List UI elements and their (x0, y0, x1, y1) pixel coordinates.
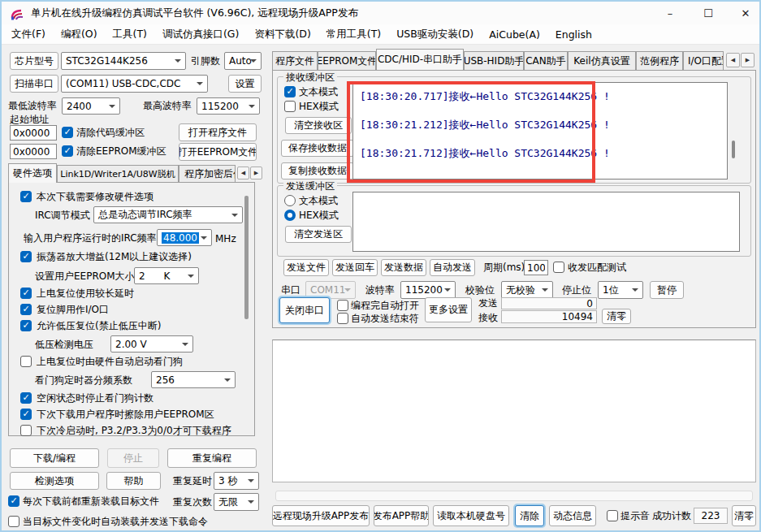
port-settings-button[interactable]: 设置 (228, 75, 262, 93)
save-receive-button[interactable]: 保存接收数据 (281, 140, 354, 157)
minimize-button[interactable]: – (656, 2, 684, 24)
open-program-button[interactable]: 打开程序文件 (179, 123, 257, 141)
chip-model-button[interactable]: 芯片型号 (10, 52, 58, 70)
menu-usb-driver[interactable]: USB驱动安装(D) (396, 28, 473, 41)
pin-count-combo[interactable]: Auto (224, 52, 262, 70)
tab-examples[interactable]: 范例程序 (636, 51, 683, 70)
tx-text-mode-radio[interactable] (284, 195, 296, 206)
modify-hw-checkbox[interactable] (20, 191, 32, 202)
rx-text-mode-checkbox[interactable] (284, 86, 296, 97)
lvd-combo[interactable]: 2.00 V (110, 335, 193, 353)
tab-can[interactable]: CAN助手 (524, 51, 568, 70)
stop-bit-combo[interactable]: 1位 (598, 281, 643, 299)
rx-hex-mode-checkbox[interactable] (284, 101, 296, 112)
code-address-input[interactable] (10, 125, 57, 141)
help-button[interactable]: 帮助 (106, 472, 161, 490)
tab-io-config[interactable]: I/O口配置 (683, 51, 724, 70)
stop-button[interactable]: 停止 (107, 448, 159, 468)
reload-target-checkbox[interactable] (8, 495, 19, 507)
tab-scroll-right-icon[interactable]: ▶ (250, 167, 262, 179)
repeat-delay-combo[interactable]: 3 秒 (214, 472, 259, 490)
success-clear-button[interactable]: 清零 (732, 505, 756, 526)
repeat-count-combo[interactable]: 无限 (214, 493, 259, 511)
read-disk-id-button[interactable]: 读取本机硬盘号 (433, 505, 509, 526)
serial-port-combo[interactable]: (COM11) USB-CDC,CDC (61, 75, 208, 93)
beep-checkbox[interactable] (607, 510, 618, 521)
check-options-button[interactable]: 检测选项 (10, 472, 99, 490)
max-baud-combo[interactable]: 115200 (197, 97, 260, 115)
menu-tools[interactable]: 工具(T) (113, 28, 147, 41)
menu-common-tools[interactable]: 常用工具(T) (326, 28, 381, 41)
info-output-area[interactable] (272, 340, 756, 482)
close-port-button[interactable]: 关闭串口 (279, 297, 330, 323)
long-delay-checkbox[interactable] (20, 288, 32, 299)
clear-count-button[interactable]: 清零 (602, 309, 631, 324)
download-button[interactable]: 下载/编程 (10, 448, 99, 468)
menu-downloads[interactable]: 资料下载(D) (254, 28, 310, 41)
clear-receive-button[interactable]: 清空接收区 (285, 117, 352, 134)
tab-offline-writer[interactable]: Link1D/Writer1A/U8W脱机 (57, 165, 179, 183)
tab-eeprom-file[interactable]: EEPROM文件 (318, 51, 376, 70)
receive-scrollbar[interactable] (732, 141, 735, 158)
tab-program-file[interactable]: 程序文件 (272, 51, 318, 70)
menu-aicube[interactable]: AiCube(A) (489, 28, 540, 41)
options-scrollbar[interactable] (244, 196, 249, 319)
clear-code-checkbox[interactable] (62, 127, 73, 138)
auto-open-checkbox[interactable] (337, 300, 348, 311)
tab-scroll-right-icon[interactable]: ▶ (741, 53, 755, 67)
reprogram-button[interactable]: 重复编程 (167, 448, 257, 468)
close-button[interactable]: ✕ (732, 2, 759, 24)
send-file-button[interactable]: 发送文件 (283, 259, 329, 276)
reset-io-checkbox[interactable] (20, 304, 32, 315)
open-eeprom-button[interactable]: 打开EEPROM文件 (179, 143, 257, 161)
dynamic-info-button[interactable]: 动态信息 (549, 505, 596, 526)
clear-send-button[interactable]: 清空发送区 (285, 226, 352, 243)
autoload-checkbox[interactable] (8, 516, 19, 527)
clear-button[interactable]: 清除 (515, 505, 544, 526)
osc-gain-checkbox[interactable] (20, 251, 32, 262)
scan-port-button[interactable]: 扫描串口 (10, 75, 58, 93)
send-textarea[interactable] (352, 192, 740, 252)
tx-hex-mode-radio[interactable] (284, 210, 296, 221)
parity-combo[interactable]: 无校验 (501, 281, 553, 299)
period-input[interactable] (524, 260, 548, 275)
tab-cdc-hid-serial[interactable]: CDC/HID-串口助手 (376, 49, 464, 70)
wdt-idle-checkbox[interactable] (20, 392, 32, 404)
more-settings-button[interactable]: 更多设置 (425, 297, 472, 322)
wdt-div-combo[interactable]: 256 (151, 371, 236, 388)
menu-program[interactable]: 编程(O) (61, 28, 97, 41)
maximize-button[interactable]: ☐ (694, 2, 722, 24)
tab-encrypted-transfer[interactable]: 程序加密后传输 (179, 165, 236, 183)
serial-port-name-combo[interactable]: COM11 (305, 281, 356, 299)
chip-model-combo[interactable]: STC32G144K256 (61, 52, 186, 70)
menu-debug-interface[interactable]: 调试仿真接口(G) (162, 28, 239, 41)
auto-end-checkbox[interactable] (337, 313, 348, 324)
tab-keil-sim[interactable]: Keil仿真设置 (568, 51, 636, 70)
chevron-down-icon (231, 214, 238, 217)
cold-boot-checkbox[interactable] (20, 425, 32, 436)
eeprom-address-input[interactable] (10, 144, 57, 159)
tab-hardware-options[interactable]: 硬件选项 (8, 163, 57, 183)
match-test-checkbox[interactable] (553, 262, 564, 273)
clear-eeprom-checkbox[interactable] (62, 145, 73, 157)
menu-file[interactable]: 文件(F) (11, 28, 45, 41)
tab-usb-hid[interactable]: USB-HID助手 (464, 51, 524, 70)
min-baud-combo[interactable]: 2400 (62, 97, 120, 115)
eeprom-size-combo[interactable]: 2 K (134, 267, 199, 284)
auto-send-button[interactable]: 自动发送 (430, 259, 475, 276)
tab-scroll-left-icon[interactable]: ◀ (237, 167, 249, 179)
wdt-auto-checkbox[interactable] (20, 356, 32, 367)
irc-freq-combo[interactable]: 48.000 (157, 229, 212, 246)
publish-help-button[interactable]: 发布APP帮助 (374, 505, 429, 526)
erase-eeprom-checkbox[interactable] (20, 409, 32, 420)
menu-english[interactable]: English (556, 28, 592, 41)
baud-combo[interactable]: 115200 (400, 281, 456, 299)
lvr-checkbox[interactable] (20, 320, 32, 331)
send-data-button[interactable]: 发送数据 (381, 259, 426, 276)
remote-upgrade-publish-button[interactable]: 远程现场升级APP发布 (272, 505, 370, 526)
copy-receive-button[interactable]: 复制接收数据 (281, 162, 354, 179)
pause-button[interactable]: 暂停 (650, 281, 684, 299)
tab-scroll-left-icon[interactable]: ◀ (726, 53, 740, 67)
irc-mode-combo[interactable]: 总是动态调节IRC频率 (93, 206, 243, 223)
send-cr-button[interactable]: 发送回车 (332, 259, 378, 276)
